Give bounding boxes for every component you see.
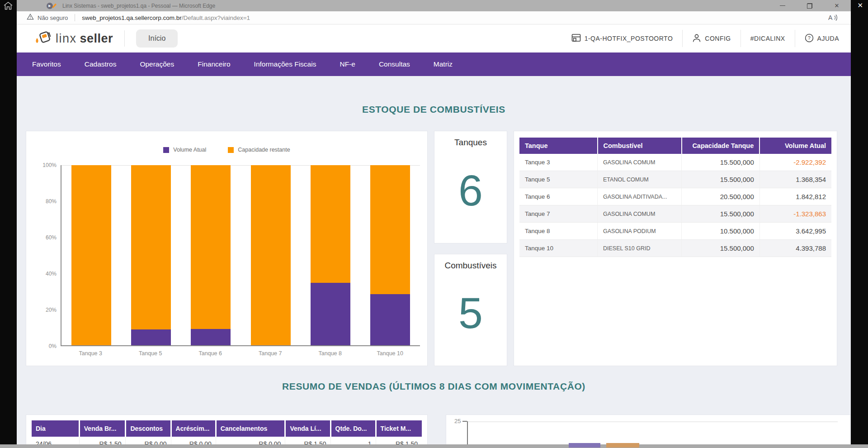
header-divider — [124, 30, 125, 47]
bar-segment-volume-atual — [311, 283, 350, 345]
linx-favicon-icon — [51, 2, 57, 10]
fuel-table-cell: 15.500,000 — [682, 171, 760, 188]
legend-item-capacidade-restante[interactable]: Capacidade restante — [228, 147, 290, 153]
stacked-bar-tanque-3 — [71, 165, 111, 345]
sales-chart-legend-swatch-purple — [569, 443, 600, 448]
fuel-table-cell: Tanque 5 — [519, 171, 598, 188]
nav-item-nf-e[interactable]: NF-e — [328, 52, 367, 76]
sales-chart-tick-mark — [462, 421, 467, 422]
sales-table-card: DiaVenda Br...DescontosAcréscim...Cancel… — [26, 415, 428, 448]
fuel-table-cell: Tanque 7 — [519, 205, 598, 223]
y-tick-label: 60% — [46, 235, 57, 240]
legend-item-volume-atual[interactable]: Volume Atual — [163, 147, 206, 153]
legend-label: Capacidade restante — [238, 147, 290, 153]
minimize-button[interactable] — [777, 2, 788, 10]
dicalinx-button[interactable]: #DICALINX — [750, 35, 785, 42]
store-name: 1-QA-HOTFIX_POSTOORTO — [585, 35, 673, 42]
fuel-table-body: Tanque 3GASOLINA COMUM15.500,000-2.922,3… — [519, 154, 831, 257]
fuel-table-cell: Tanque 3 — [519, 154, 598, 171]
header-divider — [682, 30, 683, 47]
user-icon — [692, 33, 701, 44]
home-icon[interactable] — [3, 1, 13, 12]
sales-table-header-row: DiaVenda Br...DescontosAcréscim...Cancel… — [32, 420, 422, 437]
sales-table-header-acrescim: Acréscim... — [171, 420, 216, 437]
sales-chart-legend-swatch-orange — [606, 443, 639, 448]
fuel-chart-card: Volume AtualCapacidade restante 100%80%6… — [26, 131, 428, 366]
nav-item-consultas[interactable]: Consultas — [367, 52, 422, 76]
stat-cards-column: Tanques 6 Combustíveis 5 — [434, 131, 507, 366]
fuel-table-cell: 15.500,000 — [682, 240, 760, 257]
fuel-table-header-tanque: Tanque — [519, 138, 598, 154]
sales-chart-gridline — [467, 421, 838, 422]
dicalinx-label: #DICALINX — [750, 35, 785, 42]
security-chip[interactable]: Não seguro — [27, 14, 68, 22]
bar-segment-capacidade-restante — [311, 165, 350, 283]
url-field[interactable]: sweb_projetos1.qa.sellercorp.com.br/Defa… — [82, 14, 250, 21]
y-tick-label: 100% — [42, 162, 57, 168]
brand-seller: seller — [80, 32, 113, 46]
fuel-table-cell: GASOLINA PODIUM — [598, 223, 682, 240]
combustiveis-stat-card: Combustíveis 5 — [434, 254, 507, 367]
read-aloud-icon[interactable]: A — [828, 14, 838, 21]
url-domain: sweb_projetos1.qa.sellercorp.com.br — [82, 14, 182, 21]
app-header: linx seller Início 1-QA-HOTFIX_POSTOORTO — [17, 24, 851, 52]
main-nav: FavoritosCadastrosOperaçõesFinanceiroInf… — [17, 52, 851, 76]
nav-item-operacoes[interactable]: Operações — [128, 52, 186, 76]
stat-title: Combustíveis — [444, 261, 496, 271]
fuel-table: TanqueCombustívelCapacidade TanqueVolume… — [519, 138, 831, 257]
bar-segment-capacidade-restante — [71, 165, 111, 345]
nav-item-matriz[interactable]: Matriz — [422, 52, 464, 76]
legend-swatch-icon — [228, 147, 234, 153]
page-content: ESTOQUE DE COMBUSTÍVEIS Volume AtualCapa… — [17, 76, 851, 448]
x-axis-label: Tanque 10 — [370, 350, 410, 357]
sales-row: DiaVenda Br...DescontosAcréscim...Cancel… — [26, 415, 851, 448]
svg-text:?: ? — [807, 35, 811, 41]
store-selector[interactable]: 1-QA-HOTFIX_POSTOORTO — [571, 33, 673, 43]
frame-close-icon[interactable]: ✕ — [857, 1, 863, 10]
sales-section-title: RESUMO DE VENDAS (ÚLTIMOS 8 DIAS COM MOV… — [17, 381, 851, 392]
help-button[interactable]: ? AJUDA — [805, 33, 839, 44]
sales-table-header-qtde-do: Qtde. Do... — [330, 420, 376, 437]
fuel-table-cell: 15.500,000 — [682, 154, 760, 171]
fuel-table-cell: Tanque 10 — [519, 240, 598, 257]
horizontal-scrollbar[interactable] — [0, 444, 868, 448]
inicio-button[interactable]: Início — [136, 29, 178, 48]
warning-icon — [27, 14, 34, 22]
sales-table: DiaVenda Br...DescontosAcréscim...Cancel… — [32, 420, 422, 448]
address-divider — [75, 14, 75, 21]
stat-title: Tanques — [454, 138, 487, 148]
nav-item-financeiro[interactable]: Financeiro — [186, 52, 242, 76]
fuel-table-cell: 20.500,000 — [682, 188, 760, 205]
chart-bars — [61, 165, 420, 345]
brand-linx: linx — [56, 32, 77, 46]
config-label: CONFIG — [705, 35, 731, 42]
stat-value: 5 — [458, 271, 483, 366]
stacked-bar-tanque-6 — [191, 165, 231, 345]
fuel-cards-row: Volume AtualCapacidade restante 100%80%6… — [26, 131, 837, 366]
y-tick-label: 20% — [46, 307, 57, 313]
nav-item-favoritos[interactable]: Favoritos — [20, 52, 73, 76]
chart-plot-area — [61, 165, 420, 346]
stacked-bar-tanque-5 — [131, 165, 171, 345]
fuel-table-cell: -1.323,863 — [760, 205, 831, 223]
nav-item-informacoes-fiscais[interactable]: Informações Fiscais — [242, 52, 328, 76]
restore-button[interactable] — [804, 2, 816, 10]
stacked-bar-tanque-8 — [311, 165, 350, 345]
legend-label: Volume Atual — [173, 147, 206, 153]
fuel-table-row: Tanque 7GASOLINA COMUM15.500,000-1.323,8… — [519, 205, 831, 223]
config-button[interactable]: CONFIG — [692, 33, 731, 44]
chart-y-axis: 100%80%60%40%20%0% — [37, 162, 61, 349]
svg-text:A: A — [828, 14, 833, 21]
close-button[interactable]: ✕ — [831, 2, 843, 10]
x-axis-label: Tanque 3 — [71, 350, 110, 357]
fuel-table-cell: GASOLINA COMUM — [598, 154, 682, 171]
fuel-table-cell: GASOLINA COMUM — [598, 205, 682, 223]
fuel-table-cell: 4.393,788 — [760, 240, 831, 257]
legend-swatch-icon — [163, 147, 169, 153]
fuel-table-row: Tanque 8GASOLINA PODIUM10.500,0003.642,9… — [519, 223, 831, 240]
bar-segment-capacidade-restante — [370, 165, 410, 294]
nav-item-cadastros[interactable]: Cadastros — [73, 52, 128, 76]
tab-title: Linx Sistemas - sweb_projetos1.qa - Pess… — [62, 3, 215, 9]
stacked-bar-tanque-10 — [370, 165, 410, 345]
sales-table-header-venda-br: Venda Br... — [79, 420, 126, 437]
